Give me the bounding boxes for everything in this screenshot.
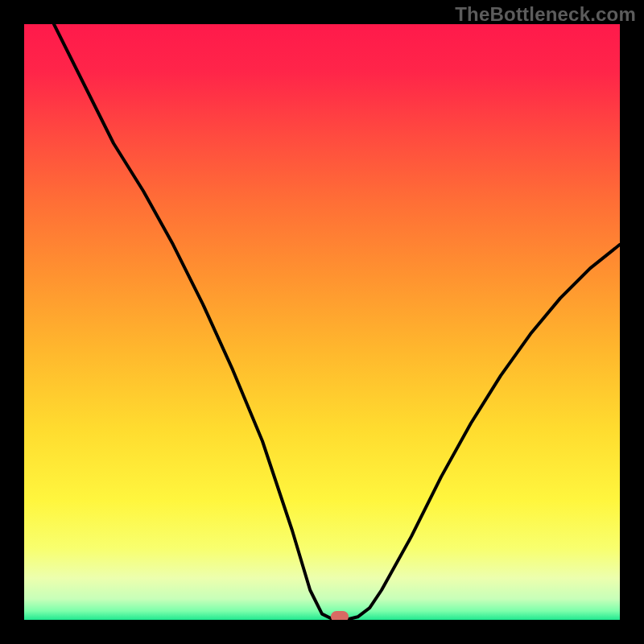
optimal-point-marker xyxy=(331,611,349,620)
chart-frame: TheBottleneck.com xyxy=(0,0,644,644)
plot-area xyxy=(24,24,620,620)
bottleneck-curve xyxy=(24,24,620,620)
watermark-text: TheBottleneck.com xyxy=(455,3,636,26)
